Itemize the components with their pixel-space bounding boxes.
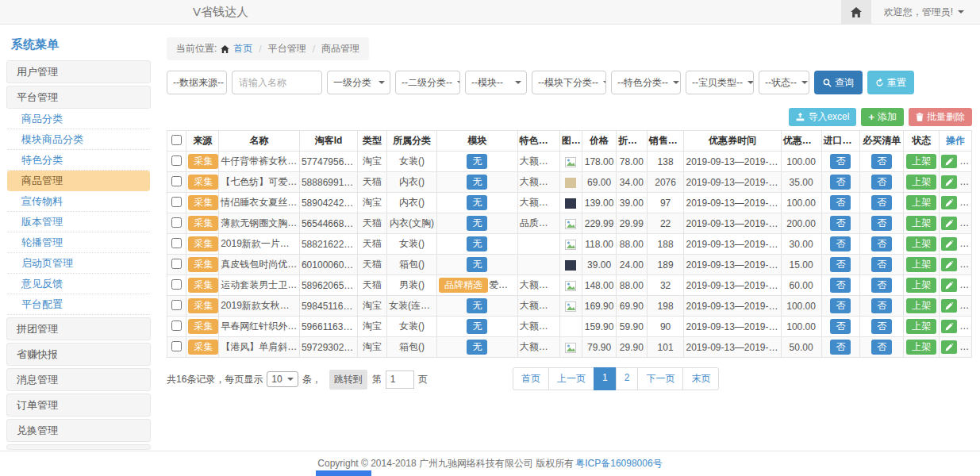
page-button[interactable]: 2: [616, 367, 639, 390]
sidebar-item[interactable]: 模块商品分类: [7, 129, 150, 150]
filter-select[interactable]: --模块下分类--: [532, 71, 606, 94]
sidebar-item[interactable]: 特色分类: [7, 150, 150, 171]
status-badge[interactable]: 上架: [906, 175, 936, 190]
row-checkbox[interactable]: [171, 321, 182, 331]
edit-button[interactable]: [941, 155, 957, 168]
page-button[interactable]: 1: [594, 367, 617, 390]
sidebar-item[interactable]: 轮播管理: [7, 232, 150, 253]
row-checkbox[interactable]: [171, 155, 182, 166]
import-select-badge[interactable]: 否: [830, 319, 851, 334]
user-menu[interactable]: 欢迎您，管理员!: [884, 6, 964, 19]
sidebar-item[interactable]: 提现管理: [6, 444, 151, 450]
page-button[interactable]: 上一页: [548, 367, 594, 390]
filter-select[interactable]: --状态--: [759, 71, 809, 94]
page-number-input[interactable]: [386, 370, 414, 389]
status-badge[interactable]: 上架: [906, 278, 936, 293]
batch-delete-button[interactable]: 批量删除: [909, 108, 972, 126]
sidebar-item[interactable]: 用户管理: [6, 60, 151, 83]
row-checkbox[interactable]: [171, 176, 182, 186]
status-badge[interactable]: 上架: [906, 340, 936, 355]
sidebar-item[interactable]: 平台管理: [6, 86, 151, 109]
sidebar-item[interactable]: 兑换管理: [6, 419, 151, 442]
must-buy-badge[interactable]: 否: [871, 175, 892, 190]
add-button[interactable]: + 添加: [861, 108, 904, 126]
filter-select[interactable]: --宝贝类型--: [686, 71, 754, 94]
import-select-badge[interactable]: 否: [830, 236, 851, 251]
page-button[interactable]: 下一页: [637, 367, 683, 390]
edit-button[interactable]: [941, 237, 957, 251]
sidebar-item[interactable]: 商品分类: [7, 109, 150, 129]
breadcrumb-home-link[interactable]: 首页: [233, 42, 252, 56]
filter-select[interactable]: --数据来源--: [167, 71, 227, 94]
name-cell: 真皮钱包时尚优雅女士...: [219, 255, 300, 275]
edit-button[interactable]: [941, 320, 957, 333]
import-select-badge[interactable]: 否: [830, 175, 851, 190]
pager: 首页上一页12下一页末页: [513, 367, 719, 390]
per-page-select[interactable]: 10: [267, 371, 298, 387]
status-badge[interactable]: 上架: [906, 236, 936, 251]
filter-select[interactable]: 一级分类: [327, 71, 390, 94]
import-select-badge[interactable]: 否: [830, 195, 851, 210]
status-badge[interactable]: 上架: [906, 319, 936, 334]
row-checkbox[interactable]: [171, 197, 182, 207]
status-badge[interactable]: 上架: [906, 195, 936, 210]
sidebar-item[interactable]: 宣传物料: [7, 191, 150, 212]
import-select-badge[interactable]: 否: [830, 278, 851, 293]
sidebar-item[interactable]: 订单管理: [6, 393, 151, 416]
sidebar-item[interactable]: 启动页管理: [7, 253, 150, 274]
filter-select[interactable]: --模块--: [465, 71, 527, 94]
must-buy-badge[interactable]: 否: [871, 319, 892, 334]
status-badge[interactable]: 上架: [906, 298, 936, 313]
import-select-badge[interactable]: 否: [830, 154, 851, 169]
status-badge[interactable]: 上架: [906, 257, 936, 272]
row-checkbox[interactable]: [171, 300, 182, 310]
edit-button[interactable]: [941, 196, 957, 209]
sidebar-item[interactable]: 版本管理: [7, 212, 150, 232]
icp-link[interactable]: 粤ICP备16098006号: [575, 457, 662, 470]
edit-button[interactable]: [941, 258, 957, 271]
page-button[interactable]: 首页: [513, 367, 549, 390]
filter-select[interactable]: --二级分类--: [395, 71, 460, 94]
edit-button[interactable]: [941, 217, 957, 230]
edit-button[interactable]: [941, 299, 957, 313]
must-buy-badge[interactable]: 否: [871, 195, 892, 210]
sidebar-item[interactable]: 省赚快报: [6, 343, 151, 366]
must-buy-badge[interactable]: 否: [871, 278, 892, 293]
jump-button[interactable]: 跳转到: [329, 370, 367, 390]
row-checkbox[interactable]: [171, 238, 182, 248]
import-excel-button[interactable]: 导入excel: [789, 108, 856, 126]
must-buy-badge[interactable]: 否: [871, 216, 892, 231]
sidebar-item[interactable]: 消息管理: [6, 368, 151, 391]
must-buy-badge[interactable]: 否: [871, 236, 892, 251]
must-buy-badge[interactable]: 否: [871, 340, 892, 355]
price-cell: 159.90: [582, 317, 617, 337]
search-button[interactable]: 查询: [814, 71, 863, 94]
status-badge[interactable]: 上架: [906, 216, 936, 231]
row-checkbox[interactable]: [171, 341, 182, 351]
price-cell: 229.99: [582, 213, 617, 234]
edit-button[interactable]: [941, 278, 957, 292]
row-checkbox[interactable]: [171, 279, 182, 290]
reset-button[interactable]: 重置: [867, 71, 914, 94]
sidebar-item[interactable]: 平台配置: [7, 294, 150, 315]
select-all-checkbox[interactable]: [171, 135, 182, 145]
filter-select[interactable]: --特色分类--: [611, 71, 681, 94]
name-search-input[interactable]: [232, 71, 322, 94]
import-select-badge[interactable]: 否: [830, 298, 851, 313]
sidebar-item[interactable]: 意见反馈: [7, 274, 150, 294]
page-button[interactable]: 末页: [682, 367, 719, 390]
must-buy-badge[interactable]: 否: [871, 257, 892, 272]
row-checkbox[interactable]: [171, 217, 182, 228]
must-buy-badge[interactable]: 否: [871, 298, 892, 313]
status-badge[interactable]: 上架: [906, 154, 936, 169]
must-buy-badge[interactable]: 否: [871, 154, 892, 169]
sidebar-item[interactable]: 拼团管理: [6, 317, 151, 340]
row-checkbox[interactable]: [171, 259, 182, 269]
sidebar-item[interactable]: 商品管理: [7, 171, 150, 191]
import-select-badge[interactable]: 否: [830, 340, 851, 355]
home-icon[interactable]: [841, 0, 871, 24]
edit-button[interactable]: [941, 175, 957, 189]
import-select-badge[interactable]: 否: [830, 216, 851, 231]
import-select-badge[interactable]: 否: [830, 257, 851, 272]
edit-button[interactable]: [941, 340, 957, 354]
